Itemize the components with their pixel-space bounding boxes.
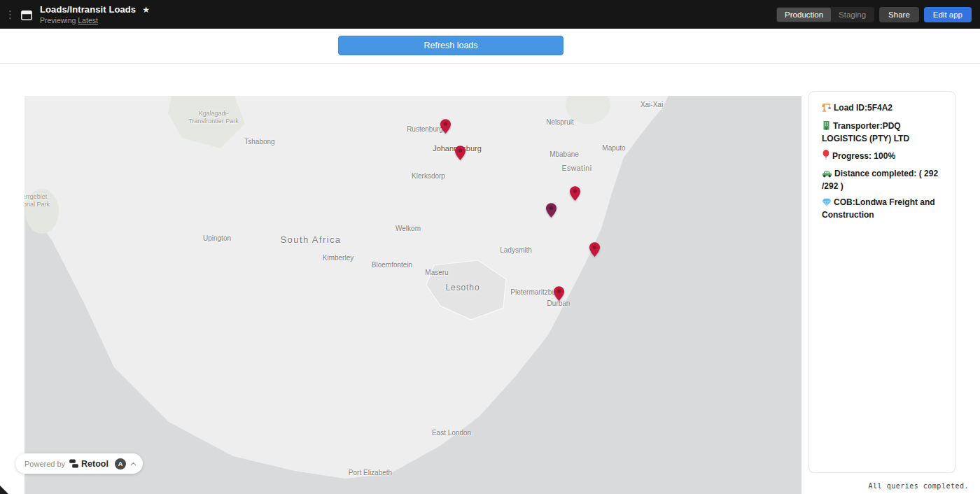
- user-avatar[interactable]: A: [115, 458, 126, 470]
- balloon-icon: [822, 150, 830, 163]
- detail-cob: COB:Londwa Freight and Construction: [822, 197, 942, 220]
- map-pin-icon[interactable]: [554, 286, 564, 301]
- gem-icon: [822, 198, 832, 209]
- env-staging-button[interactable]: Staging: [831, 8, 874, 22]
- detail-label: Progress:: [832, 151, 874, 161]
- park-area-shape: [25, 189, 59, 234]
- suv-icon: [822, 169, 832, 181]
- detail-value: 100%: [874, 151, 895, 161]
- previewing-label: Previewing: [40, 16, 76, 24]
- share-button[interactable]: Share: [879, 7, 919, 22]
- top-header: ⋮ Loads/Intransit Loads ★ Previewing Lat…: [0, 0, 980, 29]
- map-pin-icon[interactable]: [570, 186, 580, 201]
- detail-distance: Distance completed: ( 292 /292 ): [822, 169, 942, 192]
- query-status: All queries completed.: [869, 482, 969, 490]
- env-production-button[interactable]: Production: [777, 8, 831, 22]
- office-building-icon: [822, 120, 831, 133]
- detail-label: Distance completed:: [834, 169, 919, 178]
- load-details-panel: Load ID:5F4A2 Transporter:PDQ LOGISTICS …: [808, 91, 955, 473]
- app-page: ⋮ Loads/Intransit Loads ★ Previewing Lat…: [0, 0, 980, 494]
- map-pin-icon[interactable]: [440, 119, 451, 134]
- map[interactable]: Kgalagadi- Transfrontier ParkSperrgebiet…: [24, 96, 802, 494]
- retool-brand-label: Retool: [81, 459, 108, 469]
- detail-progress: Progress: 100%: [822, 150, 942, 163]
- kebab-menu-icon[interactable]: ⋮: [4, 8, 16, 21]
- environment-toggle: Production Staging: [776, 7, 874, 22]
- corner-decoration-icon: [0, 486, 8, 494]
- favorite-star-icon[interactable]: ★: [142, 6, 150, 14]
- detail-value: 5F4A2: [867, 103, 892, 113]
- map-pin-icon[interactable]: [589, 242, 600, 257]
- map-pin-icon[interactable]: [546, 203, 556, 218]
- page-title: Loads/Intransit Loads: [40, 4, 136, 15]
- map-pin-icon[interactable]: [455, 146, 465, 160]
- detail-label: COB:: [834, 197, 855, 207]
- powered-by-label: Powered by: [24, 460, 65, 468]
- previewing-row: Previewing Latest: [40, 16, 150, 24]
- detail-label: Load ID:: [834, 103, 867, 113]
- detail-transporter: Transporter:PDQ LOGISTICS (PTY) LTD: [822, 120, 942, 144]
- chevron-up-icon[interactable]: [130, 462, 136, 466]
- header-divider: [0, 63, 980, 64]
- powered-by-retool-badge[interactable]: Powered by Retool A: [15, 453, 143, 474]
- version-link[interactable]: Latest: [78, 16, 98, 24]
- app-window-icon[interactable]: [21, 10, 32, 20]
- retool-logo-icon: [69, 459, 78, 468]
- construction-crane-icon: [822, 102, 832, 115]
- edit-app-button[interactable]: Edit app: [924, 7, 972, 22]
- map-canvas: [24, 96, 802, 494]
- detail-label: Transporter:: [833, 121, 883, 131]
- refresh-loads-button[interactable]: Refresh loads: [338, 36, 564, 55]
- detail-load-id: Load ID:5F4A2: [822, 102, 942, 115]
